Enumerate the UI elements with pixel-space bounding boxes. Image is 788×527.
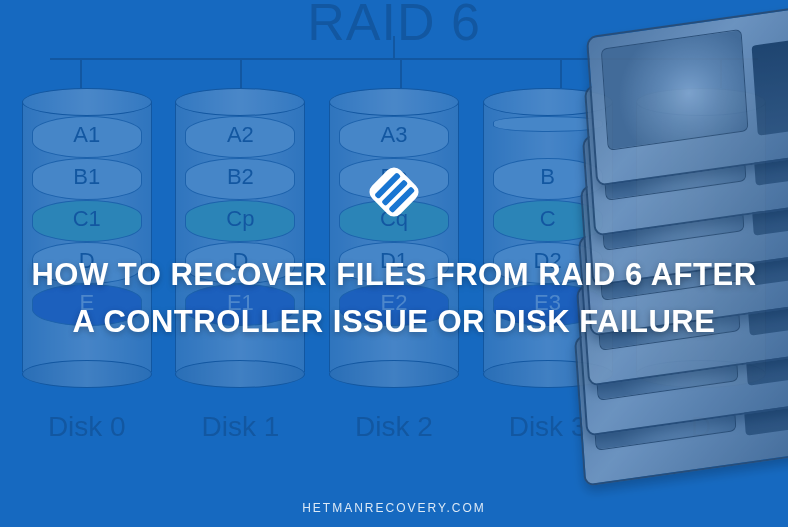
thumbnail-card: RAID 6 A1 B1 C1 D E Disk 0: [0, 0, 788, 527]
article-headline: HOW TO RECOVER FILES FROM RAID 6 AFTER A…: [30, 252, 758, 345]
foreground-content: HOW TO RECOVER FILES FROM RAID 6 AFTER A…: [0, 0, 788, 527]
hetman-logo-icon: [364, 162, 424, 222]
site-watermark: HETMANRECOVERY.COM: [0, 501, 788, 515]
